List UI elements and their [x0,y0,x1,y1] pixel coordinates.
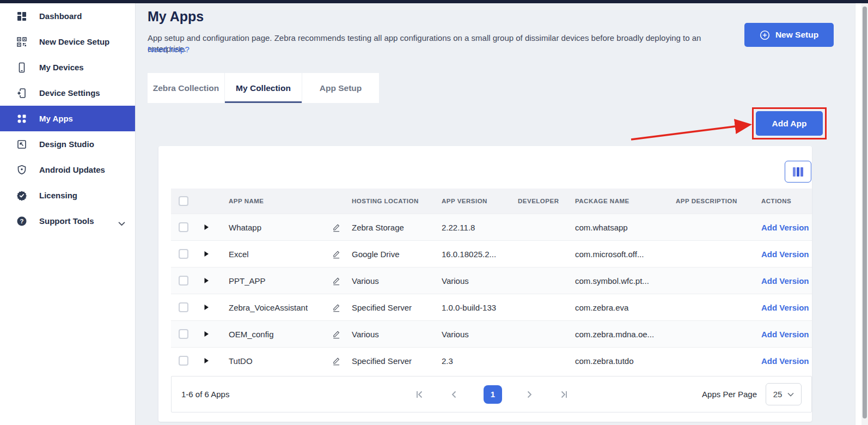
sidebar-item-my-apps[interactable]: My Apps [0,106,135,131]
column-header-developer: DEVELOPER [511,198,569,204]
table-row: OEM_configVariousVariouscom.zebra.mdna.o… [171,320,812,347]
need-help-link[interactable]: Need help? [148,45,190,54]
sidebar-item-dashboard[interactable]: Dashboard [0,3,135,29]
column-header-hosting-location: HOSTING LOCATION [345,198,435,204]
edit-app-name-button[interactable] [325,276,345,286]
app-version-cell: 2.22.11.8 [435,223,511,232]
next-page-button[interactable] [524,388,537,401]
app-name-cell: Whatapp [222,223,325,232]
expand-row-button[interactable] [197,357,222,364]
expand-row-button[interactable] [197,224,222,230]
sidebar-item-new-device-setup[interactable]: New Device Setup [0,29,135,54]
hosting-location-cell: Specified Server [345,303,435,312]
sidebar-item-my-devices[interactable]: My Devices [0,54,135,80]
row-checkbox[interactable] [179,276,188,286]
table-header-row: APP NAMEHOSTING LOCATIONAPP VERSIONDEVEL… [171,189,812,214]
app-name-cell: PPT_APP [222,276,325,286]
help-circle-icon: ? [16,216,27,227]
sidebar: DashboardNew Device SetupMy DevicesDevic… [0,3,136,425]
column-header-app-name: APP NAME [222,198,325,204]
dashboard-icon [16,11,27,22]
pagination-bar: 1-6 of 6 Apps 1 Apps Per Page [171,376,812,412]
row-checkbox[interactable] [179,302,188,312]
qr-setup-icon [16,37,27,47]
add-app-button[interactable]: Add App [756,111,823,136]
row-checkbox[interactable] [179,356,188,366]
row-checkbox[interactable] [179,222,188,232]
design-studio-icon [16,139,27,150]
app-name-cell: OEM_config [222,330,325,339]
hosting-location-cell: Google Drive [345,250,435,259]
plus-circle-icon [760,30,770,40]
add-version-link[interactable]: Add Version [755,223,812,232]
tab-app-setup[interactable]: App Setup [302,73,379,103]
sidebar-item-label: New Device Setup [39,37,109,46]
app-name-cell: Zebra_VoiceAssistant [222,303,325,312]
scrollbar-thumb[interactable] [863,7,867,418]
hosting-location-cell: Specified Server [345,356,435,366]
add-version-link[interactable]: Add Version [755,250,812,259]
apps-per-page-value: 25 [773,390,783,399]
hosting-location-cell: Various [345,330,435,339]
app-name-cell: Excel [222,250,325,259]
sidebar-item-label: Licensing [39,191,77,200]
shield-icon [16,165,27,175]
last-page-button[interactable] [559,388,572,401]
edit-app-name-button[interactable] [325,222,345,233]
main-content: My Apps App setup and configuration page… [136,3,855,425]
edit-app-name-button[interactable] [325,356,345,366]
row-checkbox[interactable] [179,329,188,339]
edit-app-name-button[interactable] [325,302,345,313]
chevron-down-icon [118,218,125,223]
apps-grid-icon [16,113,27,124]
chevron-down-icon [787,392,794,397]
apps-table: APP NAMEHOSTING LOCATIONAPP VERSIONDEVEL… [171,189,812,374]
columns-icon [793,167,803,177]
hosting-location-cell: Various [345,276,435,286]
select-all-checkbox[interactable] [179,196,188,206]
edit-app-name-button[interactable] [325,249,345,259]
sidebar-item-design-studio[interactable]: Design Studio [0,131,135,157]
app-version-cell: 2.3 [435,356,511,366]
tab-my-collection[interactable]: My Collection [225,73,302,103]
package-name-cell: com.symbol.wfc.pt... [569,276,669,286]
sidebar-item-licensing[interactable]: Licensing [0,183,135,208]
add-version-link[interactable]: Add Version [755,330,812,339]
device-settings-icon [16,88,27,99]
sidebar-item-label: Device Settings [39,88,100,98]
table-body: WhatappZebra Storage2.22.11.8com.whatsap… [171,214,812,374]
add-version-link[interactable]: Add Version [755,303,812,312]
first-page-button[interactable] [414,388,427,401]
vertical-scrollbar [861,3,868,425]
app-version-cell: Various [435,330,511,339]
page-title: My Apps [148,9,204,25]
new-setup-label: New Setup [775,30,818,40]
column-settings-button[interactable] [785,161,811,183]
expand-row-button[interactable] [197,331,222,337]
sidebar-item-support-tools[interactable]: ?Support Tools [0,208,135,234]
page-1-button[interactable]: 1 [484,385,502,404]
tab-zebra-collection[interactable]: Zebra Collection [148,73,224,103]
sidebar-item-label: Android Updates [39,165,105,174]
expand-row-button[interactable] [197,304,222,311]
row-checkbox[interactable] [179,249,188,259]
sidebar-item-android-updates[interactable]: Android Updates [0,157,135,183]
sidebar-item-device-settings[interactable]: Device Settings [0,80,135,106]
edit-app-name-button[interactable] [325,329,345,339]
apps-per-page-label: Apps Per Page [702,390,757,399]
expand-row-button[interactable] [197,251,222,257]
expand-row-button[interactable] [197,277,222,284]
add-version-link[interactable]: Add Version [755,276,812,286]
add-version-link[interactable]: Add Version [755,356,812,366]
annotation-highlight-box: Add App [752,107,827,139]
new-setup-button[interactable]: New Setup [744,23,834,47]
sidebar-item-label: Dashboard [39,11,82,21]
previous-page-button[interactable] [449,388,462,401]
table-row: ExcelGoogle Drive16.0.18025.2...com.micr… [171,240,812,267]
apps-per-page-select[interactable]: 25 [766,383,802,405]
right-gutter [855,3,861,425]
sidebar-item-label: Support Tools [39,216,94,226]
sidebar-item-label: My Devices [39,63,84,72]
table-row: WhatappZebra Storage2.22.11.8com.whatsap… [171,214,812,240]
license-badge-icon [16,190,27,201]
